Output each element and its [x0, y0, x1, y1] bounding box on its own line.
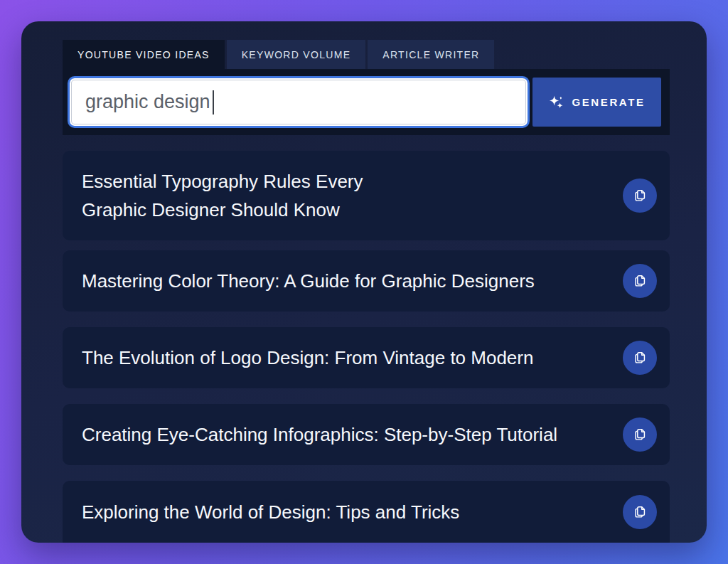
result-title: Mastering Color Theory: A Guide for Grap…: [82, 267, 535, 295]
tab-bar: YOUTUBE VIDEO IDEAS KEYWORD VOLUME ARTIC…: [63, 40, 494, 69]
tab-label: YOUTUBE VIDEO IDEAS: [77, 49, 210, 60]
copy-icon: [632, 273, 648, 289]
tab-youtube-video-ideas[interactable]: YOUTUBE VIDEO IDEAS: [63, 40, 225, 69]
keyword-input-value: graphic design: [85, 91, 210, 113]
result-card: Exploring the World of Design: Tips and …: [63, 481, 670, 543]
result-card: Mastering Color Theory: A Guide for Grap…: [63, 250, 670, 312]
app-panel: YOUTUBE VIDEO IDEAS KEYWORD VOLUME ARTIC…: [21, 21, 707, 543]
result-card: The Evolution of Logo Design: From Vinta…: [63, 327, 670, 388]
generate-button[interactable]: GENERATE: [532, 78, 661, 127]
tab-label: KEYWORD VOLUME: [242, 49, 351, 60]
tab-keyword-volume[interactable]: KEYWORD VOLUME: [227, 40, 366, 69]
copy-icon: [632, 188, 648, 203]
result-title: Creating Eye-Catching Infographics: Step…: [82, 420, 557, 449]
text-caret: [213, 90, 214, 115]
sparkles-icon: [548, 94, 564, 110]
result-card: Creating Eye-Catching Infographics: Step…: [63, 404, 670, 465]
result-card: Essential Typography Rules Every Graphic…: [63, 151, 670, 240]
copy-icon: [632, 427, 648, 442]
copy-button[interactable]: [623, 179, 657, 213]
copy-button[interactable]: [623, 495, 657, 529]
result-title: The Evolution of Logo Design: From Vinta…: [82, 344, 533, 372]
results-list: Essential Typography Rules Every Graphic…: [63, 151, 670, 543]
search-toolbar: graphic design GENERATE: [63, 69, 670, 135]
copy-icon: [632, 350, 648, 366]
copy-button[interactable]: [623, 417, 657, 452]
keyword-input[interactable]: graphic design: [68, 76, 530, 128]
tab-label: ARTICLE WRITER: [382, 49, 479, 60]
tab-article-writer[interactable]: ARTICLE WRITER: [368, 40, 494, 69]
result-title: Exploring the World of Design: Tips and …: [82, 498, 459, 526]
result-title: Essential Typography Rules Every Graphic…: [82, 167, 363, 224]
generate-button-label: GENERATE: [572, 96, 645, 108]
copy-button[interactable]: [623, 341, 657, 375]
copy-icon: [632, 504, 648, 520]
copy-button[interactable]: [623, 264, 657, 298]
